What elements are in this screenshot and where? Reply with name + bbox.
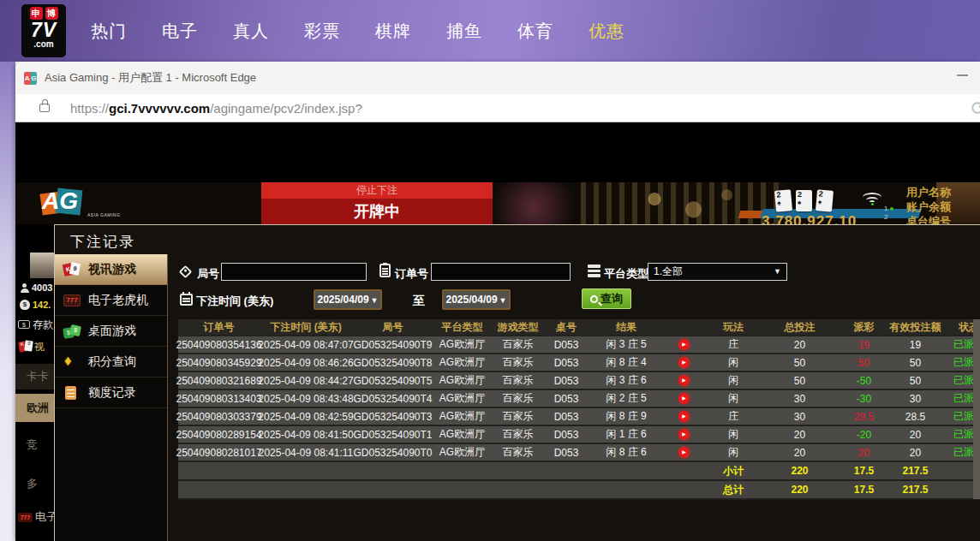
browser-titlebar[interactable]: AG Asia Gaming - 用户配置 1 - Microsoft Edge xyxy=(15,62,980,94)
cell-round: GD053254090T8 xyxy=(352,354,433,371)
cell-order: 250409080345929 xyxy=(178,354,260,371)
col-valid: 有效投注额 xyxy=(892,319,939,335)
lobby-left-nav: 4003 $ 142. $ 存款 K9 视 卡卡 欧洲 竞 多 777 电子 xyxy=(15,251,54,541)
replay-video-icon[interactable]: ▶ xyxy=(678,357,690,368)
menu-slots[interactable]: 电子 xyxy=(162,20,198,43)
col-payout: 派彩 xyxy=(836,319,892,335)
cell-valid: 20 xyxy=(892,426,939,443)
deposit-icon: $ xyxy=(18,320,30,329)
cell-result: 闲 2 庄 5 xyxy=(588,390,665,407)
sidebar-item-credit-records[interactable]: 额度记录 xyxy=(55,378,167,408)
clipboard-icon xyxy=(379,264,391,277)
nav-europe-active[interactable]: 欧洲 xyxy=(15,394,54,422)
video-label: 视 xyxy=(34,340,45,354)
nav-slots[interactable]: 777 电子 xyxy=(15,505,54,529)
subtotal-label: 小计 xyxy=(703,462,763,479)
sidebar-label: 额度记录 xyxy=(88,385,136,401)
menu-fishing[interactable]: 捕鱼 xyxy=(446,20,482,43)
cell-time: 2025-04-09 08:47:07 xyxy=(260,336,352,353)
platform-select[interactable]: 1.全部 ▼ xyxy=(648,263,787,281)
refresh-icon[interactable]: ⟳ xyxy=(971,98,980,120)
replay-video-icon[interactable]: ▶ xyxy=(678,375,690,386)
cell-valid: 50 xyxy=(892,354,939,371)
menu-live[interactable]: 真人 xyxy=(233,20,269,43)
green-dot-icon xyxy=(890,207,893,211)
logo-text: 7V xyxy=(31,20,57,40)
menu-hot[interactable]: 热门 xyxy=(91,20,127,43)
minimize-button[interactable] xyxy=(957,74,968,76)
cell-order: 250409080354136 xyxy=(178,336,260,353)
date-from-select[interactable]: 2025/04/09▼ xyxy=(314,289,382,310)
replay-video-icon[interactable]: ▶ xyxy=(678,429,690,440)
nav-fishing[interactable]: 捕鱼 xyxy=(15,537,54,541)
cell-time: 2025-04-09 08:42:59 xyxy=(260,408,352,425)
cell-platform: AG欧洲厅 xyxy=(433,336,491,353)
nav-duo[interactable]: 多 xyxy=(15,471,54,496)
cell-platform: AG欧洲厅 xyxy=(433,408,491,425)
replay-video-icon[interactable]: ▶ xyxy=(678,411,690,422)
cell-table: D053 xyxy=(545,408,588,425)
chevron-down-icon: ▼ xyxy=(774,264,781,280)
subtotal-row: 小计 220 17.5 217.5 xyxy=(178,462,980,481)
menu-promo[interactable]: 优惠 xyxy=(589,20,624,43)
ag-logo-subtext: ASIA GAMING xyxy=(87,212,120,217)
dealing-label: 开牌中 xyxy=(261,199,493,224)
browser-favicon-icon: AG xyxy=(24,72,37,85)
nav-kaka[interactable]: 卡卡 xyxy=(15,364,54,389)
cell-valid: 20 xyxy=(892,444,939,461)
menu-sports[interactable]: 体育 xyxy=(517,20,553,43)
sidebar-item-table-games[interactable]: $$ 桌面游戏 xyxy=(55,316,167,347)
table-scrollbar[interactable] xyxy=(973,319,980,499)
col-table: 桌号 xyxy=(545,319,588,335)
to-label: 至 xyxy=(413,294,425,309)
nav-video-games[interactable]: K9 视 xyxy=(15,336,54,358)
cell-order: 250409080303379 xyxy=(178,408,260,425)
address-url[interactable]: https://gci.7vvvvvv.com/agingame/pcv2/in… xyxy=(70,101,362,116)
menu-board[interactable]: 棋牌 xyxy=(375,20,411,43)
cell-order: 250409080313403 xyxy=(178,390,260,407)
cell-bet: 50 xyxy=(763,372,836,389)
search-icon xyxy=(590,295,598,303)
sidebar-item-video-games[interactable]: K9 视讯游戏 xyxy=(55,254,167,285)
cell-time: 2025-04-09 08:46:26 xyxy=(260,354,352,371)
slot-machine-icon: 777 xyxy=(62,293,82,308)
replay-video-icon[interactable]: ▶ xyxy=(678,447,690,458)
cell-play: 闲 xyxy=(703,390,763,407)
url-prefix: https:// xyxy=(70,101,109,116)
round-number-input[interactable] xyxy=(221,263,367,281)
search-button[interactable]: 查询 xyxy=(582,288,631,309)
user-avatar[interactable] xyxy=(30,253,54,278)
platform-icon xyxy=(588,265,601,277)
nav-jing[interactable]: 竞 xyxy=(15,432,54,458)
sidebar-label: 视讯游戏 xyxy=(88,262,136,277)
platform-select-value: 1.全部 xyxy=(654,265,683,277)
replay-video-icon[interactable]: ▶ xyxy=(678,393,690,404)
cell-game: 百家乐 xyxy=(491,336,545,353)
cell-valid: 30 xyxy=(892,390,939,407)
subtotal-payout: 17.5 xyxy=(836,462,892,479)
table-header-row: 订单号 下注时间 (美东) 局号 平台类型 游戏类型 桌号 结果 玩法 总投注 … xyxy=(178,319,980,336)
site-logo[interactable]: 申 博 7V .com xyxy=(21,4,66,57)
url-path: /agingame/pcv2/index.jsp? xyxy=(210,101,362,116)
menu-lottery[interactable]: 彩票 xyxy=(304,20,340,43)
cell-bet: 30 xyxy=(763,408,836,425)
bet-time-label: 下注时间 (美东) xyxy=(196,294,273,309)
sidebar-item-slot-machines[interactable]: 777 电子老虎机 xyxy=(55,285,167,316)
cell-time: 2025-04-09 08:41:11 xyxy=(260,444,352,461)
order-number-input[interactable] xyxy=(431,263,571,281)
game-status-banner[interactable]: 停止下注 开牌中 xyxy=(261,182,493,224)
wifi-signal-icon xyxy=(862,187,882,202)
col-play: 玩法 xyxy=(703,319,763,335)
replay-video-icon[interactable]: ▶ xyxy=(678,339,690,350)
total-label: 总计 xyxy=(703,481,763,498)
sidebar-item-points-query[interactable]: ♦ 积分查询 xyxy=(55,347,167,378)
table-row: 250409080354136 2025-04-09 08:47:07 GD05… xyxy=(178,336,980,354)
cell-platform: AG欧洲厅 xyxy=(433,426,491,443)
url-host: gci.7vvvvvv.com xyxy=(109,101,210,116)
browser-urlbar[interactable]: https://gci.7vvvvvv.com/agingame/pcv2/in… xyxy=(15,94,980,122)
deposit-button[interactable]: $ 存款 xyxy=(15,316,54,333)
cell-bet: 30 xyxy=(763,390,836,407)
cell-table: D053 xyxy=(545,390,588,407)
date-to-select[interactable]: 2025/04/09▼ xyxy=(442,289,511,310)
cell-play: 庄 xyxy=(703,408,763,425)
